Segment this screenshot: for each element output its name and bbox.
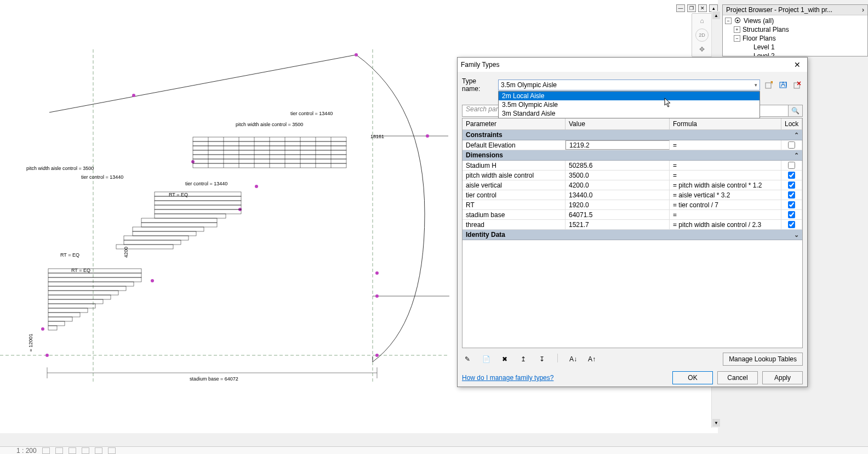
restore-icon[interactable]: ❐ [687, 4, 696, 12]
new-param-icon[interactable]: 📄 [481, 354, 492, 365]
cell-formula[interactable]: = [670, 161, 781, 170]
svg-rect-31 [141, 223, 217, 227]
dropdown-option-2m[interactable]: 2m Local Aisle [499, 92, 760, 100]
cell-value[interactable]: 1920.0 [566, 200, 670, 209]
header-parameter[interactable]: Parameter [462, 118, 566, 129]
table-row[interactable]: RT 1920.0 = tier control / 7 [462, 200, 802, 210]
sb-icon[interactable] [55, 447, 63, 454]
manage-lookup-button[interactable]: Manage Lookup Tables [723, 353, 803, 366]
cell-value[interactable]: 50285.6 [566, 161, 670, 170]
tree-node-level2[interactable]: Level 2 [725, 52, 865, 56]
header-formula[interactable]: Formula [670, 118, 781, 129]
nav-pan-icon[interactable]: ✥ [695, 43, 709, 56]
nav-2d-icon[interactable]: 2D [695, 29, 709, 42]
scale-value[interactable]: 1 : 200 [16, 447, 37, 455]
table-row[interactable]: stadium base 64071.5 = [462, 210, 802, 220]
edit-icon[interactable]: ✎ [462, 354, 473, 365]
scroll-down-icon[interactable]: ▼ [712, 419, 720, 427]
close-icon[interactable]: ✕ [791, 59, 804, 70]
header-value[interactable]: Value [566, 118, 670, 129]
move-down-icon[interactable]: ↧ [536, 354, 547, 365]
minus-icon[interactable]: − [734, 35, 740, 42]
svg-point-9 [375, 271, 379, 275]
cell-formula[interactable]: = pitch width aisle control * 1.2 [670, 180, 781, 190]
delete-param-icon[interactable]: ✖ [499, 354, 510, 365]
cell-formula[interactable]: = aisle vertical * 3.2 [670, 190, 781, 200]
cell-value[interactable]: 13440.0 [566, 190, 670, 200]
minimize-icon[interactable]: — [676, 4, 685, 12]
lock-checkbox[interactable] [788, 191, 795, 198]
cell-formula[interactable]: = [670, 140, 781, 150]
cell-value[interactable]: 3500.0 [566, 171, 670, 180]
type-name-dropdown[interactable]: 3.5m Olympic Aisle ▾ 2m Local Aisle 3.5m… [498, 80, 760, 90]
chevron-right-icon[interactable]: › [862, 6, 864, 14]
minus-icon[interactable]: − [725, 18, 732, 24]
lock-checkbox[interactable] [788, 141, 795, 149]
group-identity[interactable]: Identity Data ⌄ [462, 230, 802, 240]
svg-rect-45 [48, 304, 95, 308]
apply-button[interactable]: Apply [762, 371, 803, 384]
cell-param: Default Elevation [462, 140, 566, 150]
navigation-cube[interactable]: ⌂ 2D ✥ [692, 13, 712, 57]
sb-icon[interactable] [95, 447, 102, 454]
sb-icon[interactable] [108, 447, 116, 454]
label-rt-eq-2: RT = EQ [60, 252, 79, 258]
group-dimensions[interactable]: Dimensions ⌃ [462, 150, 802, 161]
tree-node-level1[interactable]: Level 1 [725, 43, 865, 52]
collapse-icon[interactable]: ⌃ [794, 152, 799, 159]
close-icon[interactable]: ✕ [698, 4, 707, 12]
cell-value[interactable]: 1521.7 [566, 220, 670, 229]
cancel-button[interactable]: Cancel [717, 371, 758, 384]
cell-value[interactable]: 4200.0 [566, 180, 670, 190]
label-tier-control-mid: tier control = 13440 [185, 181, 227, 186]
rename-type-icon[interactable]: AI [778, 80, 789, 90]
home-icon[interactable]: ⌂ [695, 14, 709, 27]
svg-text:AI: AI [781, 81, 787, 88]
lock-checkbox[interactable] [788, 162, 795, 169]
tree-node-floor[interactable]: − Floor Plans [725, 34, 865, 43]
table-row[interactable]: Stadium H 50285.6 = [462, 161, 802, 171]
table-row[interactable]: aisle vertical 4200.0 = pitch width aisl… [462, 180, 802, 190]
cell-value[interactable]: 1219.2 [566, 140, 670, 150]
label-pitch-width-left: pitch width aisle control = 3500 [26, 166, 94, 171]
help-link[interactable]: How do I manage family types? [462, 374, 553, 382]
cell-formula[interactable]: = [670, 171, 781, 180]
svg-rect-25 [155, 196, 241, 201]
lock-checkbox[interactable] [788, 211, 795, 218]
search-icon[interactable]: 🔍 [789, 105, 803, 117]
lock-checkbox[interactable] [788, 172, 795, 179]
dropdown-option-35m[interactable]: 3.5m Olympic Aisle [499, 100, 760, 109]
table-row[interactable]: pitch width aisle control 3500.0 = [462, 171, 802, 180]
table-row[interactable]: thread 1521.7 = pitch width aisle contro… [462, 220, 802, 230]
cell-value[interactable]: 64071.5 [566, 210, 670, 219]
table-row[interactable]: Default Elevation 1219.2 = [462, 140, 802, 150]
collapse-icon[interactable]: ⌃ [794, 132, 799, 139]
cell-param: RT [462, 200, 566, 209]
plus-icon[interactable]: + [734, 26, 740, 33]
group-constraints[interactable]: Constraints ⌃ [462, 130, 802, 140]
cell-formula[interactable]: = pitch width aisle control / 2.3 [670, 220, 781, 229]
table-row[interactable]: tier control 13440.0 = aisle vertical * … [462, 190, 802, 200]
svg-point-14 [255, 185, 258, 188]
scroll-up-icon[interactable]: ▲ [712, 12, 720, 19]
sort-asc-icon[interactable]: A↓ [568, 354, 579, 365]
lock-checkbox[interactable] [788, 201, 795, 208]
sb-icon[interactable] [68, 447, 76, 454]
expand-icon[interactable]: ⌄ [794, 231, 799, 239]
sb-icon[interactable] [42, 447, 50, 454]
sb-icon[interactable] [82, 447, 89, 454]
header-lock[interactable]: Lock [781, 118, 802, 129]
tree-node-views[interactable]: − ⦿ Views (all) [725, 16, 865, 25]
ok-button[interactable]: OK [672, 371, 713, 384]
delete-type-icon[interactable] [792, 80, 803, 90]
lock-checkbox[interactable] [788, 221, 795, 228]
type-selected-value: 3.5m Olympic Aisle [501, 81, 557, 89]
new-type-icon[interactable]: ✶ [763, 80, 774, 90]
dropdown-option-3m[interactable]: 3m Standard Aisle [499, 109, 760, 118]
lock-checkbox[interactable] [788, 181, 795, 189]
cell-formula[interactable]: = tier control / 7 [670, 200, 781, 209]
sort-desc-icon[interactable]: A↑ [586, 354, 597, 365]
tree-node-structural[interactable]: + Structural Plans [725, 25, 865, 34]
move-up-icon[interactable]: ↥ [518, 354, 529, 365]
cell-formula[interactable]: = [670, 210, 781, 219]
